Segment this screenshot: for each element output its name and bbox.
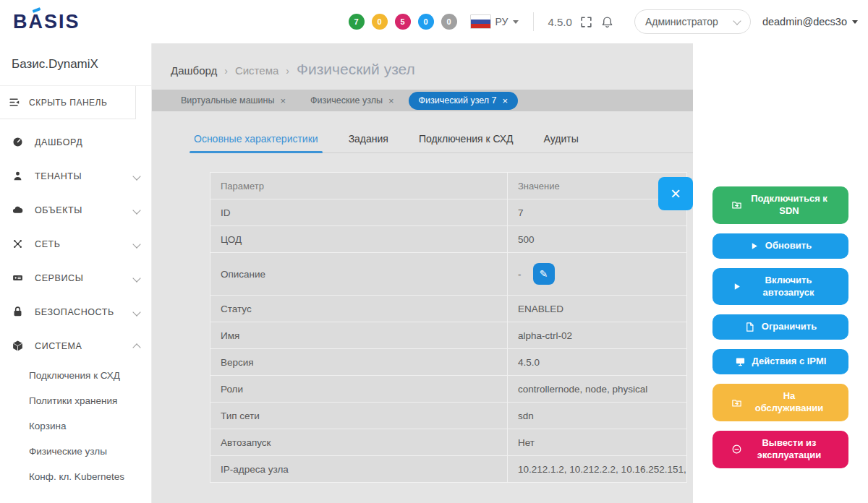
param-cell: Описание (210, 262, 507, 286)
sidebar-item-network[interactable]: СЕТЬ (0, 227, 151, 261)
edit-description-button[interactable]: ✎ (533, 263, 555, 285)
status-badge-green[interactable]: 7 (349, 14, 365, 30)
breadcrumb-dashboard[interactable]: Дашборд (171, 64, 217, 77)
hide-panel-button[interactable]: СКРЫТЬ ПАНЕЛЬ (0, 86, 136, 119)
russian-flag-icon (470, 14, 491, 29)
chevron-down-icon (132, 240, 140, 248)
open-tabs-bar: Виртуальные машины × Физические узлы × Ф… (152, 90, 693, 111)
enable-autostart-button[interactable]: Включить автозапуск (712, 268, 848, 306)
logo-text: B (13, 11, 29, 33)
tab-audits[interactable]: Аудиты (544, 133, 579, 152)
value-cell: 4.5.0 (507, 349, 686, 375)
account-menu[interactable]: deadmin@decs3o (762, 16, 858, 27)
services-icon (12, 272, 24, 284)
sidebar-subitem-storage-connections[interactable]: Подключения к СХД (0, 363, 151, 388)
sidebar-item-label: ТЕНАНТЫ (35, 171, 82, 181)
table-row-status: Статус ENABLED (210, 296, 686, 322)
table-header-row: Параметр Значение (210, 173, 686, 199)
ipmi-actions-button[interactable]: Действия с IPMI (712, 349, 848, 374)
breadcrumb-system[interactable]: Система (235, 64, 278, 77)
decommission-button[interactable]: Вывести из эксплуатации (712, 431, 848, 468)
table-row-description: Описание - ✎ (210, 253, 686, 296)
value-cell: 10.212.1.2, 10.212.2.2, 10.16.252.151, 1… (507, 456, 686, 482)
sidebar-subitem-physical-nodes[interactable]: Физические узлы (0, 439, 151, 464)
role-select-value: Администратор (645, 16, 718, 27)
maintenance-button[interactable]: На обслуживании (712, 384, 848, 421)
basis-logo[interactable]: BASIS (13, 11, 80, 33)
sidebar-item-objects[interactable]: ОБЪЕКТЫ (0, 193, 151, 227)
action-label: Вывести из эксплуатации (749, 437, 830, 462)
breadcrumb: Дашборд › Система › Физический узел (152, 43, 693, 90)
tab-storage-connections[interactable]: Подключения к СХД (419, 133, 514, 152)
sidebar-item-label: БЕЗОПАСНОСТЬ (35, 307, 114, 317)
sidebar-item-label: ДАШБОРД (35, 137, 82, 147)
restrict-button[interactable]: Ограничить (712, 314, 848, 340)
tab-chip-label: Физический узел 7 (419, 95, 497, 106)
chevron-down-icon (132, 206, 140, 214)
person-icon (12, 170, 24, 182)
close-icon[interactable]: × (281, 95, 286, 106)
caret-down-icon (852, 20, 858, 24)
connect-sdn-button[interactable]: Подключиться к SDN (712, 186, 848, 224)
param-cell: Версия (210, 351, 507, 374)
status-badge-red[interactable]: 5 (395, 14, 411, 30)
folder-arrow-icon (731, 397, 742, 408)
tab-chip-physical-nodes[interactable]: Физические узлы × (300, 92, 404, 110)
description-value: - (518, 269, 522, 280)
play-icon (749, 241, 759, 251)
hide-panel-label: СКРЫТЬ ПАНЕЛЬ (29, 98, 107, 108)
tab-chip-virtual-machines[interactable]: Виртуальные машины × (171, 92, 296, 110)
action-label: Действия с IPMI (752, 356, 827, 368)
value-cell: ENABLED (507, 296, 686, 322)
language-selector[interactable]: РУ (470, 14, 519, 29)
action-label: Обновить (765, 240, 812, 252)
header-right-cluster: 7 0 5 0 0 РУ 4.5.0 Администратор (349, 9, 858, 34)
sidebar-item-label: СИСТЕМА (35, 341, 82, 351)
sidebar-subitem-kubernetes-config[interactable]: Конф. кл. Kubernetes (0, 464, 151, 489)
close-icon[interactable]: × (503, 95, 509, 106)
sidebar-item-tenants[interactable]: ТЕНАНТЫ (0, 159, 151, 193)
sidebar-item-security[interactable]: БЕЗОПАСНОСТЬ (0, 295, 151, 329)
close-icon[interactable]: × (388, 95, 394, 106)
sidebar-item-dashboard[interactable]: ДАШБОРД (0, 125, 151, 159)
sidebar-subitem-storage-policies[interactable]: Политики хранения (0, 388, 151, 413)
sidebar-item-system[interactable]: СИСТЕМА (0, 329, 151, 363)
value-cell: 500 (507, 226, 686, 252)
table-row-name: Имя alpha-ctrl-02 (210, 322, 686, 349)
network-icon (12, 238, 24, 250)
language-label: РУ (495, 16, 509, 27)
sidebar-item-label: СЕТЬ (35, 239, 61, 249)
tab-chip-label: Виртуальные машины (181, 95, 275, 106)
logo-text: A (29, 11, 45, 33)
tab-tasks[interactable]: Задания (349, 133, 388, 152)
play-icon (732, 282, 741, 291)
monitor-icon (735, 356, 746, 367)
refresh-button[interactable]: Обновить (712, 233, 848, 259)
product-title: Базис.DynamiX (0, 43, 151, 86)
bell-icon[interactable] (600, 15, 614, 29)
sidebar-nav: ДАШБОРД ТЕНАНТЫ ОБЪЕКТЫ СЕТЬ СЕРВИСЫ (0, 119, 151, 489)
table-row-network-type: Тип сети sdn (210, 403, 686, 429)
account-label: deadmin@decs3o (762, 16, 847, 27)
tab-chip-label: Физические узлы (310, 95, 383, 106)
sidebar-subitem-recycle-bin[interactable]: Корзина (0, 413, 151, 439)
properties-table: Параметр Значение ID 7 ЦОД 500 Описание … (210, 172, 687, 483)
system-icon (12, 340, 24, 352)
sidebar-item-services[interactable]: СЕРВИСЫ (0, 261, 151, 295)
value-cell: Нет (507, 429, 686, 455)
fullscreen-icon[interactable] (579, 15, 593, 29)
role-select[interactable]: Администратор (634, 9, 751, 34)
param-cell: Имя (210, 324, 507, 348)
detail-tabs: Основные характеристики Задания Подключе… (194, 133, 693, 153)
status-badge-gray[interactable]: 0 (441, 14, 457, 30)
value-cell: controllernode, node, physical (507, 376, 686, 402)
action-panel: Подключиться к SDN Обновить Включить авт… (693, 43, 868, 503)
breadcrumb-separator: › (224, 65, 228, 77)
tab-main-characteristics[interactable]: Основные характеристики (194, 133, 318, 152)
close-detail-button[interactable]: × (658, 177, 693, 210)
chevron-down-icon (132, 308, 140, 316)
status-badge-blue[interactable]: 0 (418, 14, 434, 30)
tab-chip-physical-node-7[interactable]: Физический узел 7 × (409, 92, 519, 110)
chevron-down-icon (733, 17, 741, 25)
status-badge-yellow[interactable]: 0 (372, 14, 388, 30)
